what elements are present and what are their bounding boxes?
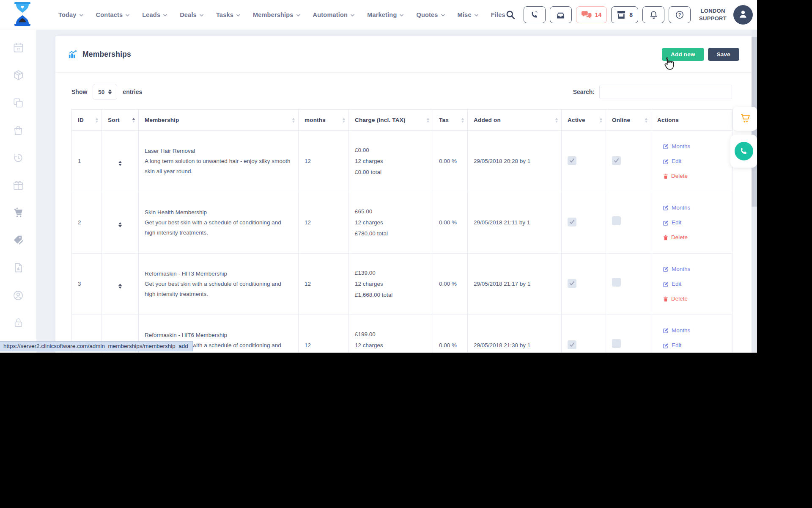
table-row: 1Laser Hair RemovalA long term solution …: [72, 131, 732, 192]
online-checkbox[interactable]: [612, 339, 621, 348]
add-new-button[interactable]: Add new: [662, 48, 704, 61]
edit-link[interactable]: Edit: [663, 219, 726, 226]
charge-total: £0.00 total: [355, 167, 427, 178]
cell-active: [562, 131, 606, 192]
nav-item-contacts[interactable]: Contacts: [96, 11, 130, 18]
bag-icon: [13, 125, 24, 138]
nav-item-files[interactable]: Files: [491, 11, 505, 18]
sidebar-item-copy[interactable]: [0, 90, 36, 117]
cell-actions: MonthsEditDelete: [651, 192, 732, 254]
column-header-added-on[interactable]: Added on: [468, 110, 562, 131]
report-icon: [13, 262, 24, 275]
app-logo[interactable]: [12, 2, 33, 28]
nav-item-quotes[interactable]: Quotes: [416, 11, 444, 18]
online-checkbox[interactable]: [612, 156, 621, 165]
cell-charge: £199.0012 charges£2,388.00 total: [349, 315, 433, 353]
scrollbar[interactable]: [752, 30, 757, 353]
column-header-label: Actions: [657, 117, 679, 123]
nav-item-tasks[interactable]: Tasks: [216, 11, 240, 18]
active-checkbox[interactable]: [568, 156, 576, 165]
column-header-months[interactable]: months: [299, 110, 349, 131]
nav-item-memberships[interactable]: Memberships: [253, 11, 300, 18]
active-checkbox[interactable]: [568, 218, 576, 226]
page-size-select[interactable]: 50: [93, 84, 117, 100]
sidebar-item-calendar[interactable]: 12: [0, 35, 36, 62]
sidebar-item-cart[interactable]: [0, 200, 36, 227]
chevron-down-icon: [236, 14, 240, 17]
inbox-button[interactable]: [550, 6, 572, 23]
column-header-online[interactable]: Online: [606, 110, 651, 131]
save-button[interactable]: Save: [708, 48, 739, 61]
nav-item-misc[interactable]: Misc: [458, 11, 478, 18]
sidebar-item-report[interactable]: [0, 255, 36, 282]
cell-sort: [102, 254, 139, 315]
online-checkbox[interactable]: [612, 278, 621, 287]
table-search-input[interactable]: [599, 85, 732, 99]
help-button[interactable]: ?: [669, 6, 691, 23]
nav-item-label: Files: [491, 11, 505, 18]
active-checkbox[interactable]: [568, 279, 576, 288]
cell-added-on: 29/05/2018 20:28 by 1: [468, 131, 562, 192]
messages-button[interactable]: 14: [576, 6, 607, 23]
months-link[interactable]: Months: [663, 327, 726, 334]
user-avatar[interactable]: [733, 5, 753, 25]
nav-item-label: Marketing: [367, 11, 397, 18]
svg-text:12: 12: [16, 47, 20, 51]
active-checkbox[interactable]: [568, 340, 576, 349]
column-header-sort[interactable]: Sort: [102, 110, 139, 131]
nav-item-automation[interactable]: Automation: [313, 11, 355, 18]
notifications-button[interactable]: [642, 6, 664, 23]
phone-button[interactable]: [524, 6, 546, 23]
membership-name: Reformaskin - HIT6 Membership: [145, 330, 292, 340]
membership-name: Reformaskin - HIT3 Membership: [145, 269, 292, 279]
edit-link[interactable]: Edit: [663, 342, 726, 349]
icon-buttons: 148?: [524, 6, 691, 23]
delete-link[interactable]: Delete: [663, 295, 726, 302]
column-header-active[interactable]: Active: [562, 110, 606, 131]
history-icon: [13, 152, 24, 165]
top-navbar: TodayContactsLeadsDealsTasksMembershipsA…: [0, 0, 757, 30]
cell-id: 1: [72, 131, 102, 192]
chevron-down-icon: [475, 14, 478, 17]
drag-sort-handle-icon[interactable]: [118, 284, 122, 289]
drag-sort-handle-icon[interactable]: [118, 161, 122, 166]
sidebar-item-tags[interactable]: [0, 227, 36, 255]
drag-sort-handle-icon[interactable]: [118, 222, 122, 227]
column-header-id[interactable]: ID: [72, 110, 102, 131]
nav-item-today[interactable]: Today: [58, 11, 83, 18]
sort-arrows-icon: [555, 118, 558, 123]
charge-total: £780.00 total: [355, 228, 427, 239]
column-header-charge-incl-tax[interactable]: Charge (Incl. TAX): [349, 110, 433, 131]
edit-link[interactable]: Edit: [663, 158, 726, 165]
sidebar-item-history[interactable]: [0, 145, 36, 172]
cell-months: 12: [299, 315, 349, 353]
online-checkbox[interactable]: [612, 216, 621, 225]
nav-item-label: Contacts: [96, 11, 123, 18]
nav-item-deals[interactable]: Deals: [180, 11, 203, 18]
column-header-label: Added on: [474, 117, 501, 123]
search-icon[interactable]: [505, 10, 516, 20]
months-link[interactable]: Months: [663, 204, 726, 211]
column-header-membership[interactable]: Membership: [139, 110, 299, 131]
floating-cart-button[interactable]: [733, 107, 757, 131]
floating-phone-button[interactable]: [730, 135, 757, 168]
page-title: Memberships: [82, 50, 131, 59]
store-button[interactable]: 8: [611, 6, 638, 23]
delete-link[interactable]: Delete: [663, 173, 726, 179]
sidebar-item-user-circle[interactable]: [0, 282, 36, 310]
months-link[interactable]: Months: [663, 143, 726, 150]
edit-link[interactable]: Edit: [663, 281, 726, 287]
sidebar-item-gift[interactable]: [0, 172, 36, 200]
nav-item-marketing[interactable]: Marketing: [367, 11, 403, 18]
delete-link[interactable]: Delete: [663, 234, 726, 241]
column-header-tax[interactable]: Tax: [433, 110, 468, 131]
months-link[interactable]: Months: [663, 266, 726, 273]
sidebar-item-package[interactable]: [0, 62, 36, 90]
edit-icon: [663, 205, 669, 210]
sidebar-item-lock[interactable]: [0, 310, 36, 337]
nav-item-leads[interactable]: Leads: [142, 11, 167, 18]
sort-arrows-icon: [461, 118, 464, 123]
trash-icon: [663, 296, 668, 302]
sidebar-item-bag[interactable]: [0, 117, 36, 145]
cell-tax: 0.00 %: [433, 131, 468, 192]
